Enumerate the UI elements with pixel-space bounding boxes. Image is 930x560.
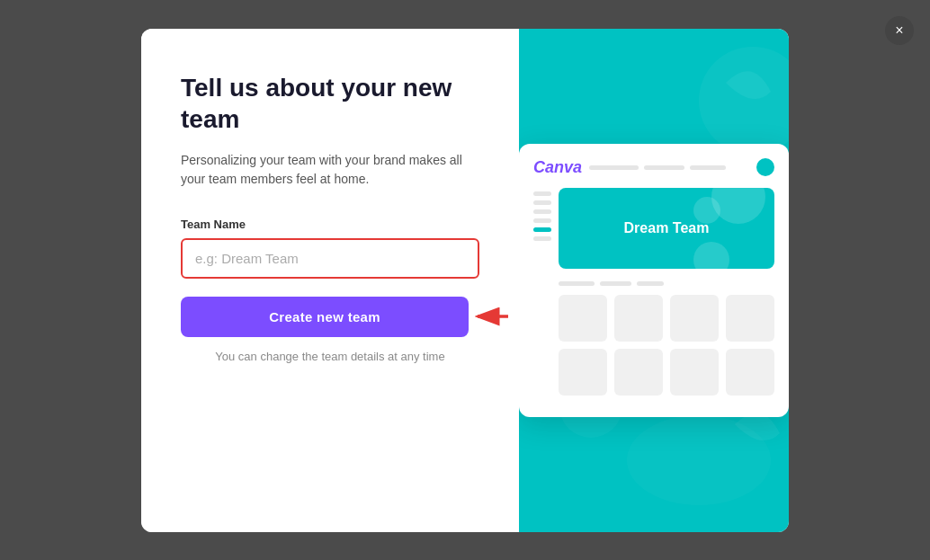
modal-title: Tell us about your new team [181,72,479,135]
sep-line-1 [559,281,595,286]
close-icon: × [895,22,903,39]
sep-line-3 [637,281,664,286]
modal-right-panel: Canva [519,29,789,532]
sidebar-line-5 [533,236,551,241]
modal-overlay: Tell us about your new team Personalizin… [0,0,930,560]
grid-cell-4 [726,295,774,342]
preview-body: Dream Team [533,188,774,403]
nav-lines [589,165,749,170]
sidebar-line-3 [533,209,551,214]
preview-hero-title: Dream Team [624,220,710,236]
team-name-label: Team Name [181,218,479,231]
preview-separator-lines [559,281,774,286]
grid-cell-5 [559,349,607,396]
sidebar-line-1 [533,191,551,196]
sidebar-active-line [533,227,551,232]
sep-line-2 [600,281,631,286]
preview-main-content: Dream Team [559,188,774,403]
nav-line-1 [589,165,639,170]
arrow-indicator [472,300,515,333]
grid-cell-3 [670,295,719,342]
team-name-input[interactable] [181,238,479,279]
preview-grid-row-1 [559,295,774,342]
nav-avatar-dot [756,158,774,176]
preview-grid-row-2 [559,349,774,396]
grid-cell-1 [559,295,607,342]
sidebar-line-4 [533,218,551,223]
grid-cell-2 [614,295,663,342]
sidebar-line-2 [533,200,551,205]
nav-line-3 [690,165,726,170]
preview-sidebar [533,188,551,403]
nav-line-2 [644,165,684,170]
grid-cell-8 [726,349,774,396]
helper-text: You can change the team details at any t… [181,350,479,363]
preview-hero-banner: Dream Team [559,188,774,269]
grid-cell-6 [614,349,663,396]
svg-point-2 [699,47,789,155]
close-button[interactable]: × [885,16,914,45]
grid-cell-7 [670,349,719,396]
preview-card: Canva [519,144,789,417]
hero-circle-2 [693,242,729,269]
modal-subtitle: Personalizing your team with your brand … [181,151,479,189]
modal-container: Tell us about your new team Personalizin… [141,29,789,532]
modal-left-panel: Tell us about your new team Personalizin… [141,29,519,532]
canva-logo: Canva [533,158,582,177]
preview-navbar: Canva [533,158,774,177]
create-team-button[interactable]: Create new team [181,297,469,337]
